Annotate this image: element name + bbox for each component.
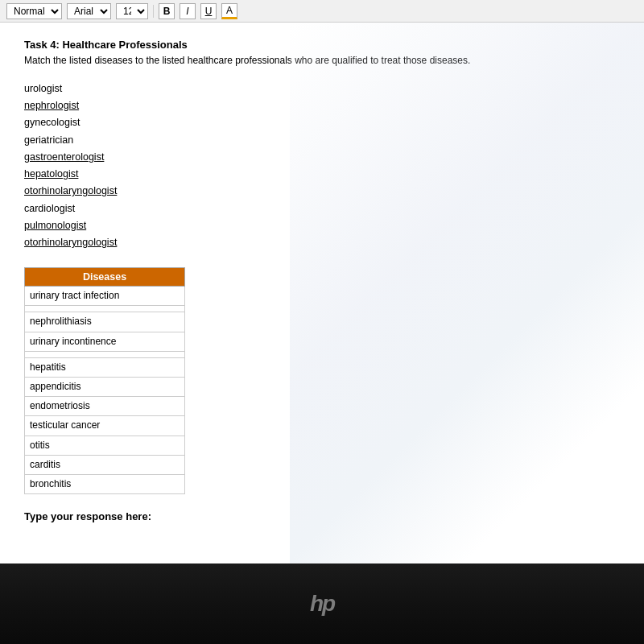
task-title: Task 4: Healthcare Professionals: [24, 39, 620, 51]
table-row: carditis: [25, 455, 185, 474]
professional-item: otorhinolaryngologist: [24, 183, 620, 200]
italic-button[interactable]: I: [180, 3, 196, 19]
size-select[interactable]: 12: [116, 3, 148, 19]
document-area: Task 4: Healthcare Professionals Match t…: [0, 23, 644, 564]
table-row: bronchitis: [25, 474, 185, 493]
professional-item: otorhinolaryngologist: [24, 234, 620, 251]
table-spacer-row: [25, 351, 185, 357]
professional-item: urologist: [24, 80, 620, 97]
table-row: nephrolithiasis: [25, 312, 185, 332]
style-select[interactable]: Normal: [6, 3, 62, 19]
font-select[interactable]: Arial: [67, 3, 111, 19]
professional-item: nephrologist: [24, 97, 620, 114]
table-spacer-row: [25, 306, 185, 312]
response-label: Type your response here:: [24, 510, 620, 522]
table-row: urinary tract infection: [25, 287, 185, 306]
professional-item: gynecologist: [24, 114, 620, 131]
toolbar-divider-1: [153, 5, 154, 18]
professional-item: cardiologist: [24, 200, 620, 217]
professional-item: geriatrician: [24, 132, 620, 149]
diseases-table: Diseases urinary tract infectionnephroli…: [24, 267, 185, 494]
bold-button[interactable]: B: [159, 3, 175, 19]
table-row: endometriosis: [25, 397, 185, 416]
color-button[interactable]: A: [221, 3, 237, 19]
screen: Normal Arial 12 B I U A Task 4: Healthca…: [0, 0, 644, 644]
table-row: hepatitis: [25, 357, 185, 377]
professional-item: gastroenterologist: [24, 149, 620, 166]
table-row: urinary incontinence: [25, 332, 185, 351]
table-row: appendicitis: [25, 378, 185, 397]
toolbar: Normal Arial 12 B I U A: [0, 0, 644, 23]
table-row: testicular cancer: [25, 416, 185, 436]
diseases-header: Diseases: [25, 268, 185, 287]
professional-item: pulmonologist: [24, 217, 620, 234]
professional-item: hepatologist: [24, 166, 620, 183]
underline-button[interactable]: U: [200, 3, 217, 19]
professionals-list: urologistnephrologistgynecologistgeriatr…: [24, 80, 620, 252]
hp-logo: hp: [310, 591, 334, 617]
table-row: otitis: [25, 436, 185, 455]
task-description: Match the listed diseases to the listed …: [24, 54, 620, 68]
bottom-bar: hp: [0, 564, 644, 644]
